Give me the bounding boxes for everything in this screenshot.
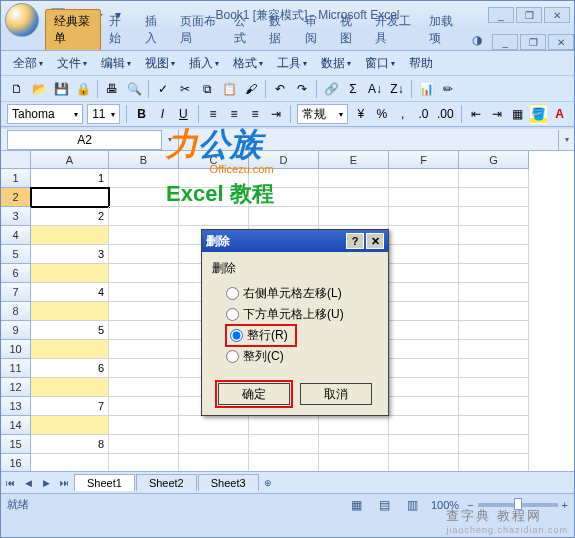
row-header[interactable]: 2	[1, 188, 31, 207]
row-header[interactable]: 5	[1, 245, 31, 264]
cell[interactable]	[109, 435, 179, 454]
dialog-help-button[interactable]: ?	[346, 233, 364, 249]
formula-expand-icon[interactable]: ▾	[558, 130, 574, 150]
menu-data[interactable]: 数据▾	[315, 53, 357, 74]
tab-insert[interactable]: 插入	[137, 10, 172, 50]
cell[interactable]	[459, 226, 529, 245]
cell[interactable]	[459, 435, 529, 454]
paste-icon[interactable]: 📋	[219, 79, 239, 99]
restore-button[interactable]: ❐	[516, 7, 542, 23]
underline-icon[interactable]: U	[175, 104, 192, 124]
cell[interactable]	[249, 188, 319, 207]
row-header[interactable]: 9	[1, 321, 31, 340]
tab-page-layout[interactable]: 页面布局	[172, 10, 226, 50]
redo-icon[interactable]: ↷	[292, 79, 312, 99]
office-button[interactable]	[5, 3, 39, 37]
row-header[interactable]: 16	[1, 454, 31, 471]
chart-icon[interactable]: 📊	[416, 79, 436, 99]
cancel-button[interactable]: 取消	[300, 383, 372, 405]
cell[interactable]	[459, 378, 529, 397]
col-header-g[interactable]: G	[459, 151, 529, 169]
font-name-box[interactable]: Tahoma▾	[7, 104, 83, 124]
tab-addins[interactable]: 加载项	[421, 10, 466, 50]
cell[interactable]	[249, 454, 319, 471]
name-box[interactable]: A2	[7, 130, 162, 150]
menu-help[interactable]: 帮助	[403, 53, 439, 74]
menu-tools[interactable]: 工具▾	[271, 53, 313, 74]
row-header[interactable]: 14	[1, 416, 31, 435]
cell[interactable]	[459, 245, 529, 264]
cell[interactable]	[459, 264, 529, 283]
cell[interactable]	[179, 454, 249, 471]
cell[interactable]	[459, 359, 529, 378]
cell[interactable]	[459, 454, 529, 471]
close-button[interactable]: ✕	[544, 7, 570, 23]
option-shift-up[interactable]: 下方单元格上移(U)	[226, 304, 378, 325]
comma-icon[interactable]: ,	[394, 104, 411, 124]
save-icon[interactable]: 💾	[51, 79, 71, 99]
sheet-tab-2[interactable]: Sheet2	[136, 474, 197, 491]
view-normal-icon[interactable]: ▦	[347, 495, 367, 515]
tab-formulas[interactable]: 公式	[226, 10, 261, 50]
align-center-icon[interactable]: ≡	[226, 104, 243, 124]
cell[interactable]	[459, 397, 529, 416]
cell[interactable]	[459, 188, 529, 207]
menu-edit[interactable]: 编辑▾	[95, 53, 137, 74]
cell[interactable]	[389, 188, 459, 207]
cell[interactable]	[31, 378, 109, 397]
cell[interactable]	[389, 302, 459, 321]
col-header-a[interactable]: A	[31, 151, 109, 169]
print-preview-icon[interactable]: 🔍	[124, 79, 144, 99]
undo-icon[interactable]: ↶	[270, 79, 290, 99]
cell[interactable]	[389, 454, 459, 471]
cell[interactable]	[389, 264, 459, 283]
cut-icon[interactable]: ✂	[175, 79, 195, 99]
cell[interactable]: 6	[31, 359, 109, 378]
workbook-restore-button[interactable]: ❐	[520, 34, 546, 50]
autosum-icon[interactable]: Σ	[343, 79, 363, 99]
first-sheet-icon[interactable]: ⏮	[1, 474, 19, 492]
cell[interactable]	[249, 435, 319, 454]
cell[interactable]	[109, 245, 179, 264]
col-header-b[interactable]: B	[109, 151, 179, 169]
workbook-minimize-button[interactable]: _	[492, 34, 518, 50]
increase-decimal-icon[interactable]: .0	[415, 104, 432, 124]
cell[interactable]	[31, 340, 109, 359]
row-header[interactable]: 8	[1, 302, 31, 321]
spelling-icon[interactable]: ✓	[153, 79, 173, 99]
font-color-icon[interactable]: A	[551, 104, 568, 124]
cell[interactable]	[389, 321, 459, 340]
prev-sheet-icon[interactable]: ◀	[19, 474, 37, 492]
cell[interactable]	[319, 169, 389, 188]
cell[interactable]	[389, 245, 459, 264]
row-header[interactable]: 4	[1, 226, 31, 245]
menu-format[interactable]: 格式▾	[227, 53, 269, 74]
tab-developer[interactable]: 开发工具	[367, 10, 421, 50]
row-header[interactable]: 7	[1, 283, 31, 302]
view-pagebreak-icon[interactable]: ▥	[403, 495, 423, 515]
ok-button[interactable]: 确定	[218, 383, 290, 405]
fill-color-icon[interactable]: 🪣	[530, 104, 547, 124]
increase-indent-icon[interactable]: ⇥	[488, 104, 505, 124]
row-header[interactable]: 1	[1, 169, 31, 188]
ribbon-help-icon[interactable]: ◑	[466, 30, 488, 50]
cell[interactable]	[459, 169, 529, 188]
sheet-tab-1[interactable]: Sheet1	[74, 474, 135, 491]
cell[interactable]: 5	[31, 321, 109, 340]
col-header-e[interactable]: E	[319, 151, 389, 169]
sheet-tab-3[interactable]: Sheet3	[198, 474, 259, 491]
sort-asc-icon[interactable]: A↓	[365, 79, 385, 99]
option-entire-row[interactable]: 整行(R)	[226, 325, 296, 346]
cell[interactable]	[109, 321, 179, 340]
cell[interactable]	[319, 188, 389, 207]
cell[interactable]	[179, 416, 249, 435]
tab-home[interactable]: 开始	[101, 10, 136, 50]
number-format-box[interactable]: 常规▾	[297, 104, 348, 124]
cell[interactable]	[459, 207, 529, 226]
col-header-f[interactable]: F	[389, 151, 459, 169]
cell[interactable]	[389, 207, 459, 226]
cell[interactable]	[31, 302, 109, 321]
italic-icon[interactable]: I	[154, 104, 171, 124]
bold-icon[interactable]: B	[133, 104, 150, 124]
cell[interactable]	[389, 397, 459, 416]
